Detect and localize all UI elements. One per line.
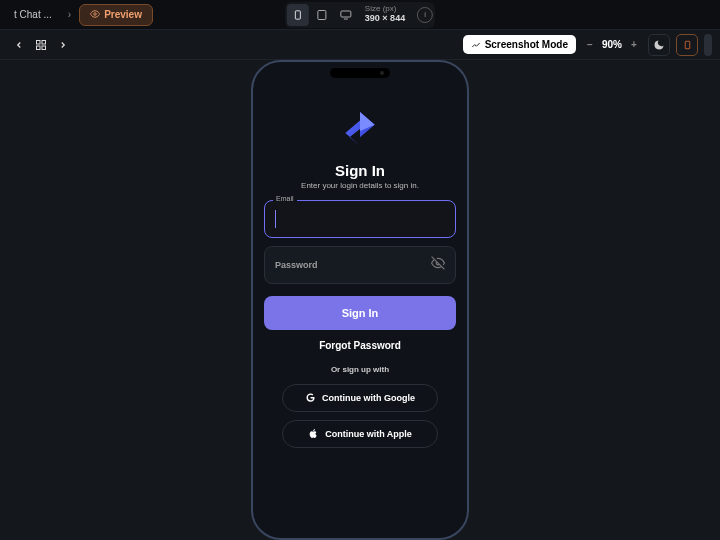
preview-stage: Sign In Enter your login details to sign… — [0, 60, 720, 540]
device-desktop-icon[interactable] — [335, 4, 357, 26]
forgot-password-link[interactable]: Forgot Password — [319, 340, 401, 351]
svg-rect-1 — [295, 10, 300, 18]
email-label: Email — [273, 195, 297, 202]
svg-rect-7 — [42, 46, 46, 50]
app-screen: Sign In Enter your login details to sign… — [263, 76, 457, 456]
eye-icon — [90, 9, 100, 21]
signin-button[interactable]: Sign In — [264, 296, 456, 330]
viewport-controls: Size (px) 390 × 844 i — [285, 2, 435, 28]
svg-rect-5 — [42, 40, 46, 44]
password-field[interactable]: Password — [264, 246, 456, 284]
signin-button-label: Sign In — [342, 307, 379, 319]
zoom-value: 90% — [602, 39, 622, 50]
zoom-control: − 90% + — [582, 37, 642, 53]
expand-button[interactable] — [704, 34, 712, 56]
tab-label: t Chat ... — [14, 9, 52, 20]
svg-rect-6 — [37, 46, 41, 50]
chevron-right-icon: › — [66, 9, 73, 20]
nav-forward-button[interactable] — [52, 34, 74, 56]
zoom-in-button[interactable]: + — [626, 37, 642, 53]
page-title: Sign In — [335, 162, 385, 179]
svg-point-0 — [94, 12, 97, 15]
or-signup-label: Or sign up with — [331, 365, 389, 374]
grid-view-button[interactable] — [30, 34, 52, 56]
preview-label: Preview — [104, 9, 142, 20]
nav-back-button[interactable] — [8, 34, 30, 56]
google-label: Continue with Google — [322, 393, 415, 403]
svg-rect-2 — [318, 10, 326, 19]
breadcrumb-tab[interactable]: t Chat ... — [6, 5, 60, 24]
device-tablet-icon[interactable] — [311, 4, 333, 26]
preview-button[interactable]: Preview — [79, 4, 153, 26]
phone-frame: Sign In Enter your login details to sign… — [251, 60, 469, 540]
continue-apple-button[interactable]: Continue with Apple — [282, 420, 438, 448]
visibility-off-icon[interactable] — [431, 256, 445, 274]
apple-label: Continue with Apple — [325, 429, 412, 439]
app-logo-icon — [339, 110, 381, 152]
svg-rect-8 — [685, 41, 690, 49]
device-frame-button[interactable] — [676, 34, 698, 56]
phone-notch — [330, 68, 390, 78]
text-caret — [275, 210, 276, 228]
viewport-size: Size (px) 390 × 844 — [359, 5, 411, 24]
svg-rect-4 — [37, 40, 41, 44]
password-label: Password — [275, 260, 318, 270]
svg-rect-3 — [341, 11, 351, 17]
editor-toolbar: Screenshot Mode − 90% + — [0, 30, 720, 60]
size-value: 390 × 844 — [365, 14, 405, 24]
info-icon[interactable]: i — [417, 7, 433, 23]
mode-label: Screenshot Mode — [485, 39, 568, 50]
screenshot-mode-button[interactable]: Screenshot Mode — [463, 35, 576, 54]
device-phone-icon[interactable] — [287, 4, 309, 26]
google-icon — [305, 392, 316, 405]
zoom-out-button[interactable]: − — [582, 37, 598, 53]
page-subtitle: Enter your login details to sign in. — [301, 181, 419, 190]
apple-icon — [308, 428, 319, 441]
editor-top-bar: t Chat ... › Preview Size (px) 390 × 844… — [0, 0, 720, 30]
continue-google-button[interactable]: Continue with Google — [282, 384, 438, 412]
theme-toggle-button[interactable] — [648, 34, 670, 56]
email-field[interactable]: Email — [264, 200, 456, 238]
